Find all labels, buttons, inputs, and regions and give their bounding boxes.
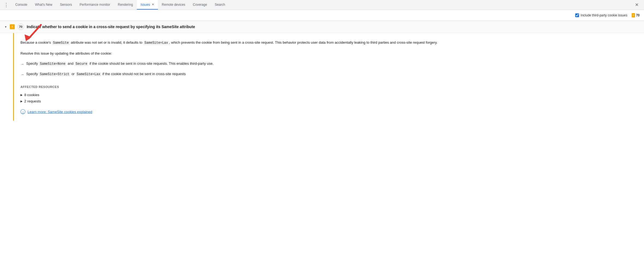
cookies-label: 8 cookies [24,93,39,97]
resolve-list: → Specify SameSite=None and Secure if th… [20,60,633,78]
tab-sensors[interactable]: Sensors [56,0,76,10]
issue-warning-icon: ! [10,24,15,29]
tab-search[interactable]: Search [211,0,229,10]
code-samesite: SameSite [52,41,70,45]
cookies-triangle-icon: ▶ [20,93,23,96]
learn-more-circle-arrow-icon: → [20,109,25,114]
issue-title: Indicate whether to send a cookie in a c… [27,25,195,29]
tab-performance-monitor[interactable]: Performance monitor [76,0,114,10]
tab-console[interactable]: Console [11,0,31,10]
resolve-item-2: → Specify SameSite=Strict or SameSite=La… [20,71,633,78]
main-content: ▼ ! 70 Indicate whether to send a cookie… [0,21,644,260]
tab-remote-devices[interactable]: Remote devices [158,0,189,10]
code-samesite-lax2: SameSite=Lax [76,72,101,76]
learn-more-text: Learn more: SameSite cookies explained [28,110,92,114]
warning-exclamation: ! [633,14,634,17]
include-third-party-checkbox[interactable] [575,13,579,17]
requests-label: 2 requests [24,99,41,103]
tab-rendering[interactable]: Rendering [114,0,137,10]
tab-whats-new-label: What's New [35,3,52,7]
tab-issues-label: Issues [141,3,150,7]
code-samesite-none: SameSite=None [39,62,67,66]
toolbar: Include third-party cookie issues ! 70 [0,10,644,21]
requests-triangle-icon: ▶ [20,100,23,103]
tab-console-label: Console [15,3,27,7]
learn-more-link[interactable]: → Learn more: SameSite cookies explained [20,109,633,114]
tab-rendering-label: Rendering [118,3,133,7]
resolve-intro: Resolve this issue by updating the attri… [20,51,633,57]
affected-resources-title: AFFECTED RESOURCES [20,85,633,88]
tab-remote-devices-label: Remote devices [162,3,185,7]
tab-performance-monitor-label: Performance monitor [80,3,110,7]
arrow-bullet-2: → [20,71,24,78]
issue-count-circle: 70 [17,23,24,30]
tab-search-label: Search [215,3,225,7]
devtools-close-button[interactable]: ✕ [633,1,641,8]
tab-bar-right: ✕ [633,1,643,8]
requests-resource[interactable]: ▶ 2 requests [20,98,633,104]
warning-badge-icon: ! [632,13,635,17]
badge-count: 70 [636,13,640,17]
affected-resources-section: AFFECTED RESOURCES ▶ 8 cookies ▶ 2 reque… [20,85,633,104]
include-third-party-group: Include third-party cookie issues [575,13,627,17]
include-third-party-label: Include third-party cookie issues [581,13,627,17]
resolve-item-1: → Specify SameSite=None and Secure if th… [20,60,633,67]
tab-whats-new[interactable]: What's New [31,0,56,10]
more-options-icon[interactable]: ⋮ [1,2,11,8]
cookies-resource[interactable]: ▶ 8 cookies [20,92,633,98]
code-samesite-strict: SameSite=Strict [39,72,70,76]
issue-detail: Because a cookie's SameSite attribute wa… [13,33,644,121]
issue-header-row[interactable]: ▼ ! 70 Indicate whether to send a cookie… [0,21,644,33]
tab-issues[interactable]: Issues ✕ [137,0,158,10]
tab-bar: ⋮ Console What's New Sensors Performance… [0,0,644,10]
arrow-bullet-1: → [20,61,24,67]
tab-coverage[interactable]: Coverage [189,0,211,10]
code-secure: Secure [74,62,88,66]
tab-bar-left: ⋮ Console What's New Sensors Performance… [1,0,633,10]
tab-coverage-label: Coverage [193,3,207,7]
resolve-item-2-text: Specify SameSite=Strict or SameSite=Lax … [26,71,186,78]
issue-count-badge: ! 70 [632,13,640,17]
description-paragraph: Because a cookie's SameSite attribute wa… [20,40,633,46]
tab-issues-close-icon[interactable]: ✕ [152,3,154,6]
tab-sensors-label: Sensors [60,3,72,7]
resolve-item-1-text: Specify SameSite=None and Secure if the … [26,60,214,67]
chevron-down-icon[interactable]: ▼ [4,25,7,28]
code-samesite-lax: SameSite=Lax [143,41,169,45]
